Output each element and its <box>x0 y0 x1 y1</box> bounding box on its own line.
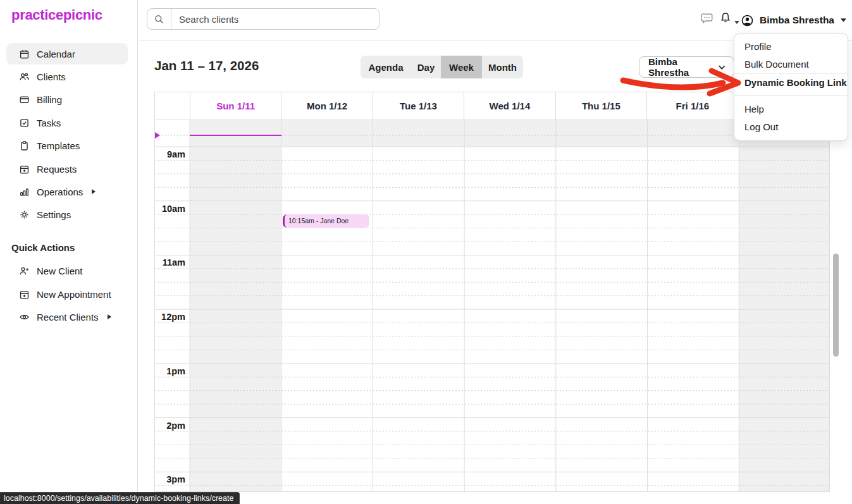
tab-month[interactable]: Month <box>482 56 523 78</box>
tab-week[interactable]: Week <box>441 56 482 78</box>
chat-icon <box>700 11 713 25</box>
caret-down-icon <box>734 20 740 25</box>
clipboard-icon <box>19 140 30 151</box>
hour-label: 9am <box>155 149 185 159</box>
sidebar-item-tasks[interactable]: Tasks <box>6 112 128 133</box>
day-header-wed: Wed 1/14 <box>464 92 555 120</box>
chevron-down-icon <box>718 65 726 70</box>
chevron-right-icon <box>91 188 96 195</box>
bell-icon <box>719 11 732 25</box>
hour-label: 1pm <box>155 366 185 376</box>
grid-lines <box>155 120 830 492</box>
user-menu-button[interactable]: Bimba Shrestha <box>741 9 847 32</box>
hour-label: 10am <box>155 204 185 214</box>
search-input[interactable] <box>171 9 379 29</box>
notifications-caret-button[interactable] <box>734 16 740 27</box>
credit-card-icon <box>19 94 30 105</box>
day-header-sun: Sun 1/11 <box>190 92 281 120</box>
hour-label: 12pm <box>155 312 185 322</box>
calendar-icon <box>19 49 30 59</box>
vertical-scrollbar-thumb[interactable] <box>833 254 839 357</box>
sidebar-item-label: Clients <box>37 71 66 82</box>
time-gutter-header <box>155 92 190 120</box>
sidebar-item-label: Templates <box>37 140 80 151</box>
day-header-row: Sun 1/11 Mon 1/12 Tue 1/13 Wed 1/14 Thu … <box>154 92 830 120</box>
sidebar-item-label: Tasks <box>37 118 61 128</box>
menu-item-dynamic-booking-link[interactable]: Dynamic Booking Link <box>734 73 848 91</box>
appointment-event[interactable]: 10:15am - Jane Doe <box>283 214 369 228</box>
menu-divider <box>734 95 848 96</box>
eye-icon <box>19 312 30 323</box>
quick-actions-heading: Quick Actions <box>11 242 125 253</box>
menu-item-log-out[interactable]: Log Out <box>734 118 848 136</box>
quick-action-new-appointment[interactable]: New Appointment <box>6 283 128 305</box>
search-icon <box>154 14 164 25</box>
quick-action-label: New Client <box>37 266 83 276</box>
brand-logo: practicepicnic <box>11 7 102 23</box>
menu-item-help[interactable]: Help <box>734 101 848 118</box>
tab-day[interactable]: Day <box>411 56 441 78</box>
sidebar: practicepicnic Calendar Clients Billing … <box>0 0 138 504</box>
caret-down-icon <box>840 18 847 23</box>
sidebar-item-requests[interactable]: Requests <box>6 158 128 180</box>
sidebar-item-label: Calendar <box>37 49 75 59</box>
status-bar-link-preview: localhost:8000/settings/availabilities/d… <box>0 492 240 504</box>
chevron-right-icon <box>107 314 112 320</box>
user-dropdown-menu: Profile Bulk Document Dynamic Booking Li… <box>734 33 848 141</box>
quick-action-label: New Appointment <box>37 289 111 300</box>
users-icon <box>19 71 30 82</box>
quick-action-label: Recent Clients <box>37 312 99 323</box>
user-circle-icon <box>741 14 754 27</box>
sidebar-item-label: Requests <box>37 164 77 175</box>
search-button[interactable] <box>147 9 171 29</box>
sidebar-item-operations[interactable]: Operations <box>6 181 128 202</box>
sidebar-item-billing[interactable]: Billing <box>6 89 128 110</box>
calendar-plus-icon <box>19 289 30 300</box>
sidebar-item-settings[interactable]: Settings <box>6 204 128 225</box>
user-name: Bimba Shrestha <box>760 15 834 26</box>
person-filter-value: Bimba Shrestha <box>648 56 718 78</box>
day-header-mon: Mon 1/12 <box>281 92 372 120</box>
current-time-marker <box>155 132 160 138</box>
quick-action-new-client[interactable]: New Client <box>6 260 128 281</box>
day-header-fri: Fri 1/16 <box>646 92 738 120</box>
sidebar-item-clients[interactable]: Clients <box>6 66 128 87</box>
view-switcher: Agenda Day Week Month <box>361 56 523 78</box>
bar-chart-icon <box>19 187 30 197</box>
sidebar-item-label: Operations <box>37 187 83 197</box>
sidebar-item-templates[interactable]: Templates <box>6 135 128 156</box>
person-filter-select[interactable]: Bimba Shrestha <box>639 56 734 78</box>
notifications-button[interactable] <box>719 11 732 27</box>
menu-item-profile[interactable]: Profile <box>734 38 848 56</box>
search-box <box>147 8 380 30</box>
calendar-plus-icon <box>19 164 30 175</box>
hour-label: 11am <box>155 257 185 267</box>
hour-label: 3pm <box>155 474 185 484</box>
date-range-title: Jan 11 – 17, 2026 <box>154 58 259 73</box>
week-grid[interactable]: 9am 10am 11am 12pm 1pm 2pm 3pm 10:15am -… <box>154 120 830 492</box>
user-plus-icon <box>19 266 30 276</box>
sidebar-item-label: Billing <box>37 94 62 105</box>
check-square-icon <box>19 118 30 128</box>
chat-button[interactable] <box>700 11 713 27</box>
day-header-tue: Tue 1/13 <box>373 92 464 120</box>
day-header-thu: Thu 1/15 <box>555 92 646 120</box>
menu-item-bulk-document[interactable]: Bulk Document <box>734 56 848 73</box>
sidebar-item-calendar[interactable]: Calendar <box>6 43 128 65</box>
quick-action-recent-clients[interactable]: Recent Clients <box>6 306 128 328</box>
sidebar-item-label: Settings <box>37 209 71 220</box>
gear-icon <box>19 209 30 220</box>
hour-label: 2pm <box>155 421 185 431</box>
tab-agenda[interactable]: Agenda <box>361 56 411 78</box>
